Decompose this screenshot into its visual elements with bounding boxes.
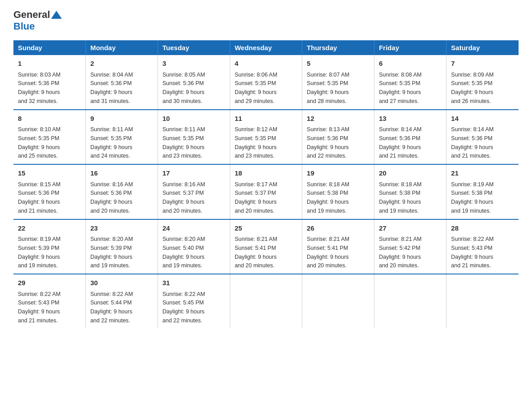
cell-content: Sunrise: 8:18 AMSunset: 5:38 PMDaylight:…	[307, 181, 349, 214]
cell-content: Sunrise: 8:22 AMSunset: 5:44 PMDaylight:…	[90, 291, 133, 324]
calendar-table: SundayMondayTuesdayWednesdayThursdayFrid…	[13, 40, 519, 329]
cell-content: Sunrise: 8:22 AMSunset: 5:43 PMDaylight:…	[18, 291, 60, 324]
cell-content: Sunrise: 8:14 AMSunset: 5:36 PMDaylight:…	[451, 126, 493, 159]
calendar-cell: 18Sunrise: 8:17 AMSunset: 5:37 PMDayligh…	[230, 164, 302, 219]
cell-content: Sunrise: 8:15 AMSunset: 5:36 PMDaylight:…	[18, 181, 60, 214]
weekday-header-tuesday: Tuesday	[158, 40, 230, 55]
calendar-cell: 27Sunrise: 8:21 AMSunset: 5:42 PMDayligh…	[374, 219, 446, 274]
calendar-cell: 8Sunrise: 8:10 AMSunset: 5:35 PMDaylight…	[13, 110, 86, 165]
day-number: 23	[90, 223, 153, 234]
day-number: 28	[451, 223, 514, 234]
logo: General Blue	[13, 9, 63, 32]
day-number: 22	[18, 223, 81, 234]
calendar-cell: 25Sunrise: 8:21 AMSunset: 5:41 PMDayligh…	[230, 219, 302, 274]
day-number: 11	[235, 114, 297, 124]
calendar-cell: 30Sunrise: 8:22 AMSunset: 5:44 PMDayligh…	[86, 274, 158, 329]
weekday-header-sunday: Sunday	[13, 40, 86, 55]
calendar-cell: 21Sunrise: 8:19 AMSunset: 5:38 PMDayligh…	[446, 164, 519, 219]
calendar-cell: 23Sunrise: 8:20 AMSunset: 5:39 PMDayligh…	[86, 219, 158, 274]
day-number: 1	[18, 59, 81, 69]
cell-content: Sunrise: 8:19 AMSunset: 5:38 PMDaylight:…	[451, 181, 493, 214]
calendar-week-row: 22Sunrise: 8:19 AMSunset: 5:39 PMDayligh…	[13, 219, 519, 274]
calendar-week-row: 15Sunrise: 8:15 AMSunset: 5:36 PMDayligh…	[13, 164, 519, 219]
logo-triangle-icon	[51, 11, 62, 19]
cell-content: Sunrise: 8:20 AMSunset: 5:39 PMDaylight:…	[90, 236, 133, 269]
day-number: 2	[90, 59, 153, 69]
calendar-cell	[374, 274, 446, 329]
day-number: 12	[307, 114, 369, 124]
cell-content: Sunrise: 8:22 AMSunset: 5:45 PMDaylight:…	[163, 291, 205, 324]
calendar-cell: 24Sunrise: 8:20 AMSunset: 5:40 PMDayligh…	[158, 219, 230, 274]
day-number: 16	[90, 168, 153, 179]
calendar-cell: 31Sunrise: 8:22 AMSunset: 5:45 PMDayligh…	[158, 274, 230, 329]
day-number: 30	[90, 278, 153, 288]
cell-content: Sunrise: 8:07 AMSunset: 5:35 PMDaylight:…	[307, 72, 349, 104]
cell-content: Sunrise: 8:19 AMSunset: 5:39 PMDaylight:…	[18, 236, 60, 269]
day-number: 31	[163, 278, 225, 288]
logo-blue-text: Blue	[13, 21, 35, 32]
cell-content: Sunrise: 8:13 AMSunset: 5:36 PMDaylight:…	[307, 126, 349, 159]
cell-content: Sunrise: 8:21 AMSunset: 5:41 PMDaylight:…	[307, 236, 349, 269]
weekday-header-friday: Friday	[374, 40, 446, 55]
calendar-cell: 19Sunrise: 8:18 AMSunset: 5:38 PMDayligh…	[302, 164, 374, 219]
day-number: 26	[307, 223, 369, 234]
calendar-cell: 16Sunrise: 8:16 AMSunset: 5:36 PMDayligh…	[86, 164, 158, 219]
calendar-cell: 9Sunrise: 8:11 AMSunset: 5:35 PMDaylight…	[86, 110, 158, 165]
day-number: 27	[379, 223, 442, 234]
calendar-cell: 2Sunrise: 8:04 AMSunset: 5:36 PMDaylight…	[86, 55, 158, 110]
calendar-cell: 17Sunrise: 8:16 AMSunset: 5:37 PMDayligh…	[158, 164, 230, 219]
day-number: 4	[235, 59, 297, 69]
calendar-week-row: 1Sunrise: 8:03 AMSunset: 5:36 PMDaylight…	[13, 55, 519, 110]
weekday-header-row: SundayMondayTuesdayWednesdayThursdayFrid…	[13, 40, 519, 55]
day-number: 25	[235, 223, 297, 234]
day-number: 18	[235, 168, 297, 179]
cell-content: Sunrise: 8:18 AMSunset: 5:38 PMDaylight:…	[379, 181, 421, 214]
cell-content: Sunrise: 8:03 AMSunset: 5:36 PMDaylight:…	[18, 72, 60, 104]
cell-content: Sunrise: 8:05 AMSunset: 5:36 PMDaylight:…	[163, 72, 205, 104]
day-number: 10	[163, 114, 225, 124]
calendar-cell: 28Sunrise: 8:22 AMSunset: 5:43 PMDayligh…	[446, 219, 519, 274]
calendar-cell: 15Sunrise: 8:15 AMSunset: 5:36 PMDayligh…	[13, 164, 86, 219]
cell-content: Sunrise: 8:11 AMSunset: 5:35 PMDaylight:…	[163, 126, 205, 159]
calendar-week-row: 8Sunrise: 8:10 AMSunset: 5:35 PMDaylight…	[13, 110, 519, 165]
cell-content: Sunrise: 8:14 AMSunset: 5:36 PMDaylight:…	[379, 126, 421, 159]
cell-content: Sunrise: 8:08 AMSunset: 5:35 PMDaylight:…	[379, 72, 421, 104]
calendar-cell: 22Sunrise: 8:19 AMSunset: 5:39 PMDayligh…	[13, 219, 86, 274]
cell-content: Sunrise: 8:09 AMSunset: 5:35 PMDaylight:…	[451, 72, 493, 104]
cell-content: Sunrise: 8:16 AMSunset: 5:36 PMDaylight:…	[90, 181, 133, 214]
calendar-cell: 3Sunrise: 8:05 AMSunset: 5:36 PMDaylight…	[158, 55, 230, 110]
calendar-cell: 26Sunrise: 8:21 AMSunset: 5:41 PMDayligh…	[302, 219, 374, 274]
day-number: 13	[379, 114, 442, 124]
calendar-cell: 6Sunrise: 8:08 AMSunset: 5:35 PMDaylight…	[374, 55, 446, 110]
day-number: 7	[451, 59, 514, 69]
day-number: 9	[90, 114, 153, 124]
weekday-header-monday: Monday	[86, 40, 158, 55]
weekday-header-saturday: Saturday	[446, 40, 519, 55]
cell-content: Sunrise: 8:06 AMSunset: 5:35 PMDaylight:…	[235, 72, 277, 104]
cell-content: Sunrise: 8:16 AMSunset: 5:37 PMDaylight:…	[163, 181, 205, 214]
cell-content: Sunrise: 8:20 AMSunset: 5:40 PMDaylight:…	[163, 236, 205, 269]
calendar-cell: 4Sunrise: 8:06 AMSunset: 5:35 PMDaylight…	[230, 55, 302, 110]
page-header: General Blue	[13, 9, 519, 32]
day-number: 21	[451, 168, 514, 179]
weekday-header-thursday: Thursday	[302, 40, 374, 55]
day-number: 17	[163, 168, 225, 179]
cell-content: Sunrise: 8:10 AMSunset: 5:35 PMDaylight:…	[18, 126, 60, 159]
calendar-week-row: 29Sunrise: 8:22 AMSunset: 5:43 PMDayligh…	[13, 274, 519, 329]
logo-general-text: General	[13, 9, 50, 21]
day-number: 20	[379, 168, 442, 179]
cell-content: Sunrise: 8:11 AMSunset: 5:35 PMDaylight:…	[90, 126, 133, 159]
day-number: 29	[18, 278, 81, 288]
day-number: 8	[18, 114, 81, 124]
weekday-header-wednesday: Wednesday	[230, 40, 302, 55]
calendar-cell: 14Sunrise: 8:14 AMSunset: 5:36 PMDayligh…	[446, 110, 519, 165]
calendar-cell: 10Sunrise: 8:11 AMSunset: 5:35 PMDayligh…	[158, 110, 230, 165]
day-number: 5	[307, 59, 369, 69]
day-number: 15	[18, 168, 81, 179]
cell-content: Sunrise: 8:12 AMSunset: 5:35 PMDaylight:…	[235, 126, 277, 159]
calendar-cell: 5Sunrise: 8:07 AMSunset: 5:35 PMDaylight…	[302, 55, 374, 110]
calendar-cell: 29Sunrise: 8:22 AMSunset: 5:43 PMDayligh…	[13, 274, 86, 329]
calendar-cell	[230, 274, 302, 329]
cell-content: Sunrise: 8:22 AMSunset: 5:43 PMDaylight:…	[451, 236, 493, 269]
calendar-cell	[302, 274, 374, 329]
